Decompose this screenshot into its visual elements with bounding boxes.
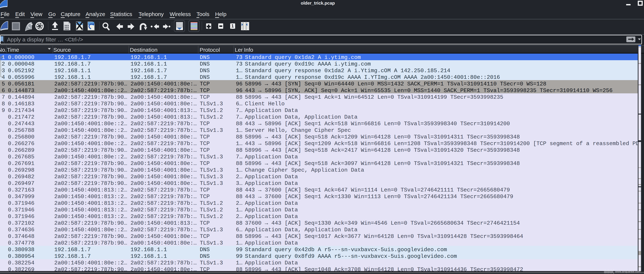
svg-text:1: 1: [231, 23, 234, 28]
